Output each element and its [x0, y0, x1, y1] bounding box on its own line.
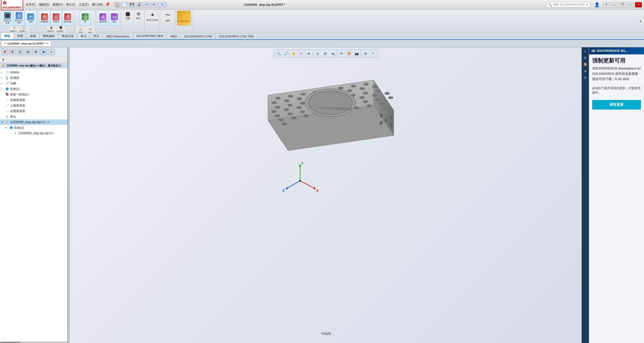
- scroll-thumb[interactable]: [0, 342, 20, 343]
- tab-cam[interactable]: SOLIDWORKS CAM: [181, 33, 215, 39]
- panel-pin-btn[interactable]: 📌: [1, 49, 8, 55]
- minimize-btn[interactable]: —: [611, 2, 618, 8]
- display-style-btn[interactable]: ◈▼: [330, 50, 336, 56]
- get-update-btn[interactable]: 获取更新: [592, 100, 641, 110]
- extrude-cut-btn[interactable]: ⊟ 扫描切除: [39, 11, 50, 26]
- tab-markup[interactable]: 标注: [77, 33, 90, 39]
- side-add-btn[interactable]: ⊕: [582, 55, 588, 61]
- tree-root-item[interactable]: ★ 11030000_step.stp (默认) <<默认>_显示状态-1>: [0, 63, 67, 68]
- wrap-label: 包覆: [126, 17, 130, 20]
- doc-tab-active[interactable]: ★ 11030000_step.stp.SLDPRT * ✕: [1, 41, 51, 47]
- panel-display-btn[interactable]: 🖥: [40, 49, 47, 55]
- help-btn[interactable]: ?: [603, 2, 610, 8]
- extrude-boss-btn[interactable]: ⬛ 拉伸凸台/基体: [2, 11, 13, 26]
- mirror-label: 镜向: [112, 21, 116, 23]
- tree-text-right-plane: 右视基准面: [10, 109, 25, 113]
- user-icon[interactable]: 👤: [594, 2, 600, 8]
- zoom-in-btn[interactable]: 🔎: [283, 50, 290, 56]
- panel-tree-btn[interactable]: ☰: [9, 49, 16, 55]
- tree-item-part-ref[interactable]: ▼ ★ 11030000_step.stp.stp<1> ->: [0, 119, 67, 125]
- intersect-btn[interactable]: ⊗ 相交: [133, 11, 143, 21]
- appearance-btn[interactable]: 🎨: [346, 50, 352, 56]
- pin-icon[interactable]: 📌: [105, 2, 110, 7]
- restore-btn[interactable]: ❐: [619, 2, 626, 8]
- tab-sw-plugins[interactable]: SOLIDWORKS 插件: [133, 33, 167, 39]
- print-btn[interactable]: 🖨: [136, 2, 142, 8]
- tab-migration[interactable]: 数据迁移: [58, 33, 77, 39]
- instant3d-btn[interactable]: ⚡ Instant3D: [177, 11, 191, 26]
- wrap-btn[interactable]: ⬤ 包覆: [123, 11, 133, 21]
- section-view-btn[interactable]: ◎: [314, 50, 321, 56]
- tab-evaluate[interactable]: 评估: [90, 33, 103, 39]
- tree-item-history[interactable]: ▷ 🕒 History: [0, 70, 67, 75]
- maximize-btn[interactable]: □: [627, 2, 634, 8]
- menu-edit[interactable]: 编辑(E): [37, 2, 51, 7]
- close-btn[interactable]: ✕: [635, 2, 642, 8]
- tab-sketch[interactable]: 草图: [14, 33, 26, 39]
- menu-window[interactable]: 窗口(W): [91, 2, 104, 7]
- tab-cam-tbm[interactable]: SOLIDWORKS CAM TBM: [215, 33, 257, 39]
- linear-pattern-btn[interactable]: ⊞ 线性阵列: [97, 11, 108, 26]
- rotate-btn[interactable]: ↩: [298, 50, 305, 56]
- new-btn[interactable]: 🏠: [114, 2, 120, 8]
- tree-item-material[interactable]: 🏗 材质 <未指定>: [0, 92, 67, 97]
- undo-btn[interactable]: ↩: [143, 2, 150, 8]
- menu-tools[interactable]: 工具(T): [77, 2, 90, 7]
- select-btn[interactable]: ⊕: [306, 50, 312, 56]
- select-btn[interactable]: ↖: [158, 2, 167, 8]
- panel-config-btn[interactable]: ⚙: [32, 49, 39, 55]
- rib-btn[interactable]: ╬ 筋: [80, 11, 91, 26]
- view-settings-expand-btn[interactable]: ▼: [370, 50, 376, 56]
- curves-btn[interactable]: 〜 曲线: [162, 11, 174, 23]
- side-settings-btn[interactable]: ◈: [582, 68, 588, 74]
- tree-item-right-plane[interactable]: ▭ 右视基准面: [0, 108, 67, 114]
- revolve-label: 旋转凸台/基体: [14, 20, 24, 24]
- ref-geometry-btn[interactable]: ✦ 参考几何体: [146, 11, 159, 23]
- doc-tab-close-btn[interactable]: ✕: [47, 42, 49, 45]
- left-panel-scrollbar[interactable]: [0, 341, 67, 343]
- tree-item-annotation[interactable]: ▷ 📝 注解: [0, 81, 67, 86]
- side-appearance-btn[interactable]: 🎨: [582, 61, 588, 67]
- open-btn[interactable]: 📄: [121, 2, 128, 8]
- panel-resize-handle[interactable]: ⋮: [68, 47, 70, 343]
- side-menu-btn[interactable]: ≡: [582, 48, 588, 54]
- panel-props-btn[interactable]: ☑: [17, 49, 24, 55]
- filter-icon: ▼: [2, 58, 5, 62]
- redo-btn[interactable]: ↪: [150, 2, 157, 8]
- viewport[interactable]: 🔍 🔎 ✋ ↩ ⊕ ◎ ⊞ ◈▼ 👁 🎨 📷 🖥 ▼: [70, 47, 582, 343]
- tree-item-solid2[interactable]: ▼ 🔷 实体(1): [4, 125, 67, 130]
- tab-mbd[interactable]: MBD: [167, 33, 180, 39]
- revolve-cut-btn[interactable]: ↺ 旋转切除: [62, 11, 73, 26]
- menu-view[interactable]: 视图(V): [51, 2, 64, 7]
- view-orient-btn[interactable]: ⊞: [322, 50, 329, 56]
- svg-point-41: [288, 113, 293, 115]
- tab-mesh[interactable]: 网格建模: [39, 33, 58, 39]
- tab-features[interactable]: 特征: [1, 33, 14, 39]
- mirror-btn[interactable]: ⊷ 镜向: [109, 11, 120, 26]
- view-settings-btn[interactable]: 🖥: [362, 50, 369, 56]
- tree-item-front-plane[interactable]: ▭ 前视基准面: [0, 97, 67, 103]
- scene-btn[interactable]: 📷: [353, 50, 360, 56]
- 3d-part-view: Y Z X: [238, 60, 414, 211]
- hide-show-btn[interactable]: 👁: [338, 50, 345, 56]
- menu-file[interactable]: 文件(F): [24, 2, 37, 7]
- sweep-btn[interactable]: 〜 扫描: [25, 11, 36, 26]
- tree-item-part-child[interactable]: 🔹 11030000_step.stp.stp<1>: [8, 130, 67, 136]
- side-list-btn[interactable]: ≣: [582, 75, 588, 81]
- panel-orient-btn[interactable]: ⊕: [24, 49, 31, 55]
- tab-mbd-dim[interactable]: MBD Dimensions: [103, 33, 133, 39]
- tree-item-solid[interactable]: ▷ 🔷 实体(1): [0, 86, 67, 92]
- save-btn[interactable]: 💾: [129, 2, 135, 8]
- zoom-to-fit-btn[interactable]: 🔍: [275, 50, 282, 56]
- tree-item-origin[interactable]: ⊕ 原点: [0, 114, 67, 119]
- hole-btn[interactable]: ⊙ 异型孔: [51, 11, 62, 26]
- menu-insert[interactable]: 插入(I): [65, 2, 76, 7]
- revolve-btn[interactable]: ↻ 旋转凸台/基体: [14, 11, 25, 26]
- tree-item-top-plane[interactable]: ▭ 上视基准面: [0, 103, 67, 108]
- tab-surface[interactable]: 曲面: [27, 33, 39, 39]
- ribbon-collapse-btn[interactable]: ▲: [638, 10, 643, 31]
- search-expand[interactable]: ▼: [586, 3, 588, 6]
- panel-more-btn[interactable]: »: [48, 49, 55, 55]
- pan-btn[interactable]: ✋: [291, 50, 297, 56]
- tree-item-sensor[interactable]: ▷ 📡 传感器: [0, 75, 67, 81]
